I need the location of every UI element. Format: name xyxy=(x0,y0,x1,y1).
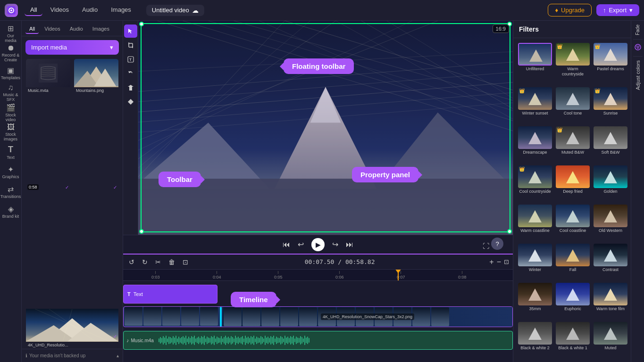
help-button[interactable]: ? xyxy=(491,238,503,250)
filter-old-western[interactable]: Old Western xyxy=(593,204,628,241)
aspect-ratio-badge[interactable]: 16:9 xyxy=(493,25,509,33)
upgrade-button[interactable]: ♦ Upgrade xyxy=(548,4,592,16)
rewind-button[interactable]: ↩ xyxy=(298,240,304,249)
undo-tool-button[interactable] xyxy=(124,67,137,80)
import-media-button[interactable]: Import media ▾ xyxy=(25,40,119,55)
filter-warm-coastline[interactable]: Warm coastline xyxy=(517,204,553,241)
filter-euphoric[interactable]: Euphoric xyxy=(555,282,591,319)
filter-35mm[interactable]: 35mm xyxy=(517,282,553,319)
delete-button[interactable]: 🗑 xyxy=(167,257,177,267)
filter-thumb-euphoric xyxy=(556,283,590,305)
media-check-icon: ✓ xyxy=(65,185,69,190)
sidebar-item-stock-video[interactable]: 🎬 Stock video xyxy=(2,104,20,122)
filters-grid: Unfiltered 👑 Warm countryside 👑 Pastel d… xyxy=(513,38,631,362)
filter-sunrise[interactable]: 👑 Sunrise xyxy=(593,86,628,123)
crown-icon: 👑 xyxy=(519,88,525,93)
filter-muted2[interactable]: Muted xyxy=(593,321,628,358)
filter-fall[interactable]: Fall xyxy=(555,243,591,280)
media-item-video4k[interactable]: ✓ 4K_UHD_Resolutio... xyxy=(25,203,119,349)
media-item-mountains[interactable]: ✓ Mountains.png xyxy=(74,58,119,200)
filter-warm-countryside[interactable]: 👑 Warm countryside xyxy=(555,42,591,84)
filter-cool-countryside2[interactable]: 👑 Cool countryside xyxy=(517,165,553,202)
filter-winter[interactable]: Winter xyxy=(517,243,553,280)
filter-cool-coastline[interactable]: Cool coastline xyxy=(555,204,591,241)
filter-dreamscape[interactable]: Dreamscape xyxy=(517,125,553,163)
filters-icon-button[interactable] xyxy=(634,43,642,52)
zoom-out-button[interactable]: − xyxy=(497,258,501,266)
sidebar-item-music[interactable]: ♫ Music & SFX xyxy=(2,84,20,102)
tab-images[interactable]: Images xyxy=(105,4,137,16)
tab-audio[interactable]: Audio xyxy=(76,4,103,16)
media-tab-audio[interactable]: Audio xyxy=(66,25,87,34)
media-item-music[interactable]: 0:58 ✓ Music.m4a xyxy=(25,58,71,200)
filter-winter-sunset[interactable]: 👑 Winter sunset xyxy=(517,86,553,123)
video-controls-wrapper: ⏮ ↩ ▶ ↪ ⏭ ⛶ ? xyxy=(123,235,513,254)
playhead[interactable] xyxy=(398,270,399,280)
media-tab-videos[interactable]: Videos xyxy=(41,25,64,34)
timeline-tracks: Text xyxy=(123,281,513,362)
skip-back-button[interactable]: ⏮ xyxy=(283,240,290,249)
sidebar-item-record[interactable]: ⏺ Record & Create xyxy=(2,44,20,62)
sidebar-item-our-media[interactable]: ⊞ Our media xyxy=(2,25,20,42)
filter-warm-tone-film[interactable]: Warm tone film xyxy=(593,282,628,319)
filter-label-muted-bw: Muted B&W xyxy=(561,150,584,155)
arrow-tool-button[interactable] xyxy=(124,81,137,94)
fullscreen-button[interactable]: ⛶ xyxy=(483,242,489,250)
undo-button[interactable]: ↺ xyxy=(127,257,136,267)
info-icon: ℹ xyxy=(25,353,27,358)
crop-tool-button[interactable] xyxy=(124,39,137,52)
draw-tool-button[interactable] xyxy=(124,95,137,108)
play-button[interactable]: ▶ xyxy=(311,238,325,251)
export-button[interactable]: ↑ Export ▾ xyxy=(596,4,639,16)
save-icon[interactable]: ☁ xyxy=(192,7,199,14)
mountains-thumbnail xyxy=(74,59,118,87)
tab-videos[interactable]: Videos xyxy=(44,4,75,16)
filter-label-cool-tone: Cool tone xyxy=(564,111,582,116)
redo-button[interactable]: ↻ xyxy=(140,257,150,267)
cut-button[interactable]: ✂ xyxy=(153,257,163,267)
sidebar-item-brand-kit[interactable]: ◈ Brand kit xyxy=(2,203,20,221)
filter-thumb-warm-countryside: 👑 xyxy=(556,43,590,66)
sidebar-item-text[interactable]: T Text xyxy=(2,143,20,161)
sidebar-item-stock-images[interactable]: 🖼 Stock images xyxy=(2,123,20,141)
filter-deep-fried[interactable]: Deep fried xyxy=(555,165,591,202)
record-icon: ⏺ xyxy=(7,44,15,52)
filter-unfiltered[interactable]: Unfiltered xyxy=(517,42,553,84)
adjust-colors-button[interactable]: Adjust colors xyxy=(635,60,641,90)
upload-icon: ↑ xyxy=(603,7,606,14)
sidebar-item-graphics[interactable]: ✦ Graphics xyxy=(2,163,20,181)
filter-label-euphoric: Euphoric xyxy=(564,306,581,312)
text-tool-button[interactable]: T xyxy=(124,53,137,66)
fade-icon-button[interactable]: Fade xyxy=(635,25,640,35)
filter-label-bw2: Black & white 2 xyxy=(520,346,550,351)
timeline-ruler: 0:03 0:04 0:05 0:06 0:07 0:08 xyxy=(123,270,513,281)
filter-pastel-dreams[interactable]: 👑 Pastel dreams xyxy=(593,42,628,84)
filter-label-contrast: Contrast xyxy=(602,267,619,272)
filter-label-fall: Fall xyxy=(569,267,577,272)
media-tab-images[interactable]: Images xyxy=(89,25,113,34)
media-tab-all[interactable]: All xyxy=(25,25,39,34)
tab-all[interactable]: All xyxy=(25,4,42,16)
filters-panel: Filters Unfiltered 👑 Warm countryside xyxy=(513,21,631,362)
media-label-mountains: Mountains.png xyxy=(74,87,118,94)
filter-contrast[interactable]: Contrast xyxy=(593,243,628,280)
zoom-fit-button[interactable]: ⊡ xyxy=(504,258,509,265)
sidebar-item-transitions[interactable]: ⇄ Transitions xyxy=(2,183,20,201)
image-track-row: 4K_UHD_Resolution_SnowCap_Stars_3x2.png xyxy=(123,305,513,329)
svg-rect-15 xyxy=(129,43,133,47)
filter-bw2[interactable]: Black & white 2 xyxy=(517,321,553,358)
filter-soft-bw[interactable]: Soft B&W xyxy=(593,125,628,163)
add-track-button[interactable]: + xyxy=(489,258,493,266)
filter-golden[interactable]: Golden xyxy=(593,165,628,202)
text-clip[interactable]: Text xyxy=(123,285,217,304)
audio-clip[interactable]: ♪ Music.m4a xyxy=(123,331,513,350)
fast-forward-button[interactable]: ↪ xyxy=(332,240,338,249)
filter-muted-bw[interactable]: 👑 Muted B&W xyxy=(555,125,591,163)
filter-cool-tone[interactable]: Cool tone xyxy=(555,86,591,123)
sidebar-item-templates[interactable]: ▣ Templates xyxy=(2,64,20,82)
select-tool-button[interactable] xyxy=(124,25,137,38)
split-button[interactable]: ⊡ xyxy=(181,257,190,267)
graphics-icon: ✦ xyxy=(8,165,14,174)
filter-bw1[interactable]: Black & white 1 xyxy=(555,321,591,358)
skip-forward-button[interactable]: ⏭ xyxy=(346,240,353,249)
